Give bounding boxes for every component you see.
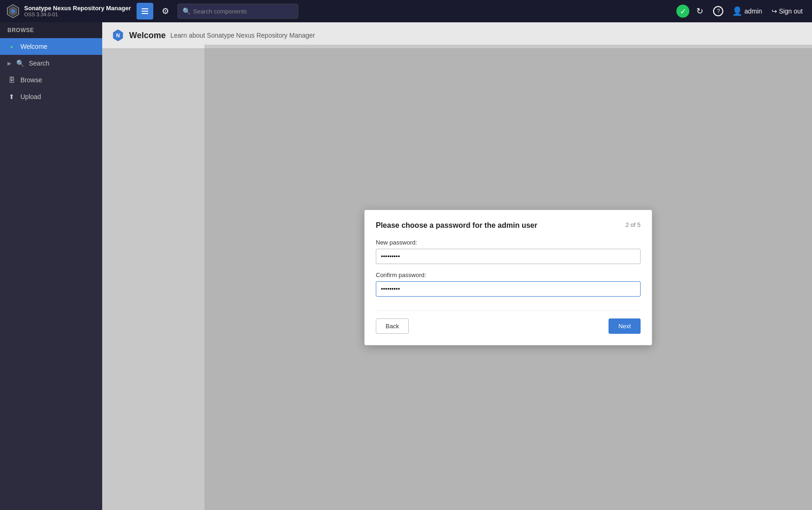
signout-label: Sign out <box>779 7 803 15</box>
dialog-title: Please choose a password for the admin u… <box>376 221 537 230</box>
dialog-body: New password: Confirm password: <box>376 239 641 297</box>
next-button[interactable]: Next <box>609 318 641 334</box>
browse-icon: 🗄 <box>7 76 16 84</box>
confirm-password-group: Confirm password: <box>376 272 641 297</box>
page-title: Welcome <box>129 31 166 40</box>
app-name: Sonatype Nexus Repository Manager <box>24 5 131 12</box>
browse-icon-button[interactable] <box>137 3 153 20</box>
system-check-icon[interactable]: ✓ <box>676 5 689 18</box>
confirm-password-input[interactable] <box>376 281 641 297</box>
upload-icon: ⬆ <box>7 93 16 100</box>
sidebar-item-welcome-label: Welcome <box>20 43 47 50</box>
search-bar: 🔍 <box>177 4 298 19</box>
dialog-footer: Back Next <box>376 311 641 334</box>
signout-icon: ↪ <box>772 7 777 15</box>
app-logo-icon <box>6 4 20 19</box>
help-button[interactable]: ? <box>710 3 727 20</box>
sidebar-item-search[interactable]: ▶ 🔍 Search <box>0 55 102 72</box>
new-password-input[interactable] <box>376 249 641 264</box>
svg-text:N: N <box>116 33 120 38</box>
dialog-overlay: Please choose a password for the admin u… <box>204 45 812 510</box>
search-icon: 🔍 <box>16 60 24 67</box>
sidebar-item-browse-label: Browse <box>20 76 42 84</box>
new-password-label: New password: <box>376 239 641 246</box>
gear-icon: ⚙ <box>162 6 169 16</box>
user-menu[interactable]: 👤 admin <box>728 4 766 18</box>
password-dialog: Please choose a password for the admin u… <box>364 210 652 345</box>
sidebar-item-search-label: Search <box>29 60 49 67</box>
sidebar-item-browse[interactable]: 🗄 Browse <box>0 72 102 88</box>
search-arrow-icon: ▶ <box>7 60 11 66</box>
username-label: admin <box>744 7 762 15</box>
settings-icon-button[interactable]: ⚙ <box>157 3 174 20</box>
sidebar-item-welcome[interactable]: ● Welcome <box>0 38 102 55</box>
search-icon: 🔍 <box>183 7 190 15</box>
navbar-right: ✓ ↻ ? 👤 admin ↪ Sign out <box>676 3 806 20</box>
help-icon: ? <box>713 6 723 16</box>
main-layout: Browse ● Welcome ▶ 🔍 Search 🗄 Browse ⬆ U… <box>0 22 812 510</box>
sidebar-header: Browse <box>0 22 102 38</box>
back-button[interactable]: Back <box>376 318 409 334</box>
sidebar-item-upload-label: Upload <box>20 93 41 100</box>
refresh-button[interactable]: ↻ <box>691 3 708 20</box>
search-input[interactable] <box>193 8 286 15</box>
user-icon: 👤 <box>732 6 742 16</box>
welcome-header-icon: N <box>111 29 124 42</box>
content-area: N Welcome Learn about Sonatype Nexus Rep… <box>102 22 812 510</box>
dialog-step: 2 of 5 <box>625 221 641 228</box>
sidebar: Browse ● Welcome ▶ 🔍 Search 🗄 Browse ⬆ U… <box>0 22 102 510</box>
sidebar-item-upload[interactable]: ⬆ Upload <box>0 88 102 105</box>
new-password-group: New password: <box>376 239 641 264</box>
app-brand-text: Sonatype Nexus Repository Manager OSS 3.… <box>24 5 131 18</box>
svg-point-2 <box>11 9 15 13</box>
refresh-icon: ↻ <box>696 6 703 16</box>
welcome-icon: ● <box>7 44 16 49</box>
page-subtitle: Learn about Sonatype Nexus Repository Ma… <box>170 32 315 39</box>
dialog-header: Please choose a password for the admin u… <box>376 221 641 230</box>
sign-out-button[interactable]: ↪ Sign out <box>768 6 806 17</box>
confirm-password-label: Confirm password: <box>376 272 641 278</box>
app-version: OSS 3.34.0-01 <box>24 12 131 18</box>
navbar: Sonatype Nexus Repository Manager OSS 3.… <box>0 0 812 22</box>
app-brand: Sonatype Nexus Repository Manager OSS 3.… <box>6 4 131 19</box>
